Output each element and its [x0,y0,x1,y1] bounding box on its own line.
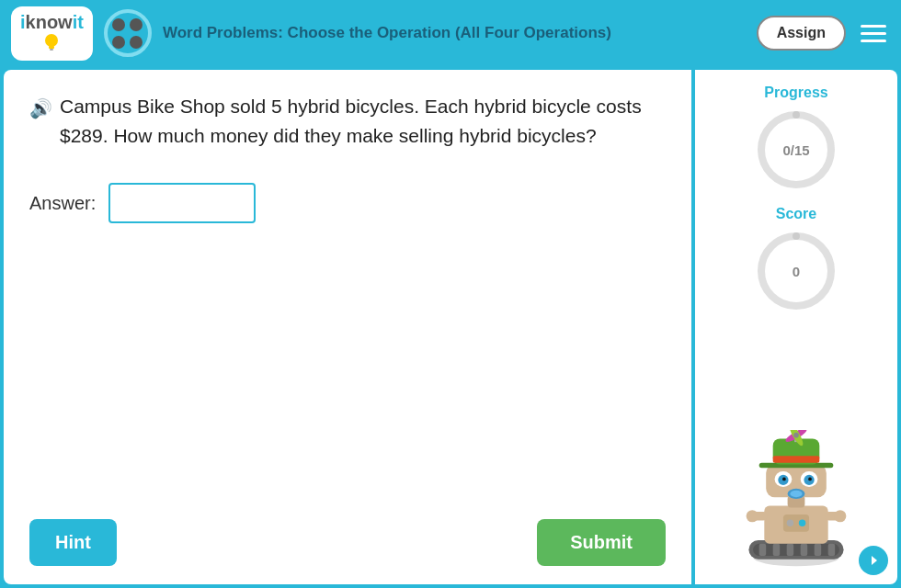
svg-rect-10 [759,544,767,556]
bottom-buttons: Hint Submit [29,519,666,566]
score-value: 0 [793,264,800,279]
dots-grid [112,18,143,49]
svg-point-0 [45,34,58,47]
score-circle: 0 [755,230,838,312]
svg-rect-2 [50,49,53,51]
menu-line-3 [861,40,886,42]
robot-area [736,327,856,575]
svg-rect-12 [787,544,794,556]
logo-text-it: it [73,12,84,33]
svg-point-39 [787,520,794,527]
svg-rect-13 [801,544,808,556]
logo: iknowit [11,6,93,61]
svg-rect-11 [773,544,781,556]
menu-line-2 [861,32,886,35]
svg-point-27 [782,478,786,481]
arrow-right-icon [865,552,882,569]
bulb-icon [43,33,60,51]
assign-button[interactable]: Assign [757,16,846,51]
svg-rect-33 [773,456,820,463]
svg-point-30 [790,491,802,498]
robot-character [736,430,856,568]
next-arrow-button[interactable] [859,546,888,575]
progress-value: 0/15 [782,142,809,158]
answer-input[interactable] [108,183,256,223]
svg-rect-1 [49,46,54,49]
logo-text-know: know [26,12,73,33]
question-body: Campus Bike Shop sold 5 hybrid bicycles.… [60,92,666,150]
score-label: Score [776,206,816,222]
header-title: Word Problems: Choose the Operation (All… [163,23,746,43]
question-area: 🔊 Campus Bike Shop sold 5 hybrid bicycle… [29,92,666,501]
answer-label: Answer: [29,193,96,214]
left-panel: 🔊 Campus Bike Shop sold 5 hybrid bicycle… [4,70,691,584]
header: iknowit Word Problems: Choose the Operat… [0,0,901,66]
right-panel: Progress 0/15 Score 0 [695,70,897,584]
menu-line-1 [861,25,886,28]
main-content: 🔊 Campus Bike Shop sold 5 hybrid bicycle… [0,66,901,588]
svg-point-40 [799,520,806,527]
submit-button[interactable]: Submit [537,519,666,566]
activity-icon [104,9,152,57]
progress-label: Progress [764,85,827,101]
hint-button[interactable]: Hint [29,519,117,566]
svg-point-28 [808,478,812,481]
svg-rect-14 [815,544,822,556]
svg-point-20 [747,510,758,522]
question-text: 🔊 Campus Bike Shop sold 5 hybrid bicycle… [29,92,666,150]
speaker-icon[interactable]: 🔊 [29,95,52,150]
progress-circle: 0/15 [755,108,838,191]
answer-row: Answer: [29,183,666,223]
svg-point-37 [793,433,799,438]
svg-rect-15 [828,544,836,556]
menu-button[interactable] [857,21,890,46]
svg-point-18 [834,510,846,522]
